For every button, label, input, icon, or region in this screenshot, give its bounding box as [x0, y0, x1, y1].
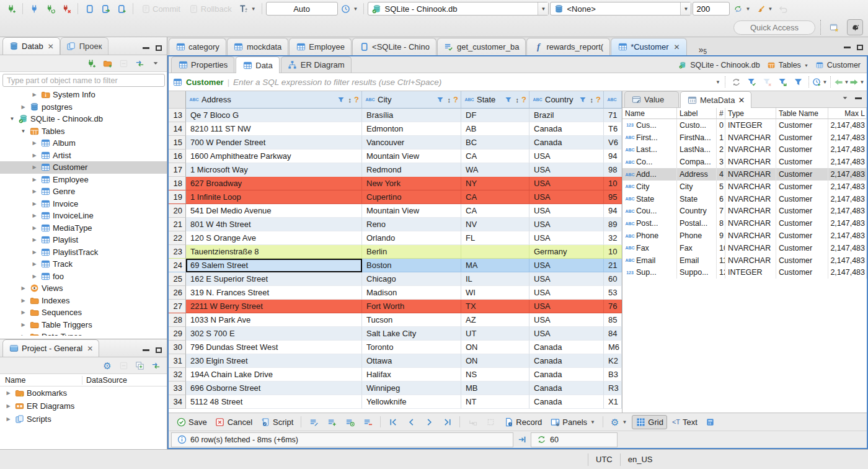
grid-cell[interactable]: Mountain View	[362, 150, 461, 163]
auto-refresh-button[interactable]: ▼	[813, 76, 826, 88]
grid-cell[interactable]: 60	[604, 272, 622, 286]
project-item-bookmarks[interactable]: ▶Bookmarks	[0, 386, 167, 400]
tree-item-postgres[interactable]: ▶postgres	[0, 101, 167, 114]
nav-forward-button[interactable]: ▼	[851, 76, 863, 88]
row-number[interactable]: 25	[169, 272, 186, 286]
grid-cell[interactable]: NY	[461, 177, 529, 190]
grid-cell[interactable]: USA	[529, 327, 604, 341]
meta-column-header-type[interactable]: Type	[725, 108, 776, 119]
close-icon[interactable]: ✕	[738, 96, 745, 105]
expand-arrow-icon[interactable]: ▶	[31, 249, 38, 255]
expand-arrow-icon[interactable]: ▶	[31, 274, 38, 279]
add-row-button[interactable]	[324, 415, 340, 429]
tree-item-indexes[interactable]: ▶Indexes	[0, 295, 167, 307]
expand-arrow-icon[interactable]: ▶	[31, 164, 38, 170]
last-row-button[interactable]	[439, 415, 455, 429]
undo-button[interactable]	[776, 1, 790, 16]
sort-icon[interactable]: ↕	[448, 96, 451, 104]
meta-column-header-table-name[interactable]: Table Name	[776, 108, 828, 119]
meta-row-city[interactable]: ABCCityCity5NVARCHARCustomer2,147,483	[622, 181, 867, 193]
expand-arrow-icon[interactable]: ▶	[20, 310, 27, 315]
tree-item-playlist[interactable]: ▶Playlist	[0, 234, 167, 246]
column-header-country[interactable]: ABCCountry↕?	[529, 91, 604, 109]
text-view-button[interactable]: <TText	[669, 415, 701, 429]
panels-button[interactable]: Panels▼	[547, 415, 598, 429]
meta-row-phone[interactable]: ABCPhonePhone9NVARCHARCustomer2,147,483	[622, 230, 867, 242]
grid-cell[interactable]: 85	[604, 313, 622, 327]
grid-cell[interactable]: Redmond	[362, 163, 461, 177]
minimize-icon[interactable]	[855, 97, 862, 99]
fetch-count-box[interactable]: 60	[531, 432, 618, 447]
grid-cell[interactable]: Mountain View	[362, 204, 461, 218]
grid-cell[interactable]: 76	[604, 300, 622, 313]
collapse-arrow-icon[interactable]: ▼	[20, 128, 27, 134]
grid-cell[interactable]: 94	[604, 150, 622, 163]
grid-cell[interactable]: 796 Dundas Street West	[186, 341, 362, 354]
minimize-icon[interactable]	[143, 349, 149, 351]
previous-row-button[interactable]	[403, 415, 419, 429]
minimize-icon[interactable]	[143, 47, 149, 49]
close-icon[interactable]: ✕	[87, 344, 93, 353]
transaction-log-button[interactable]: ▼	[237, 1, 258, 16]
grid-cell[interactable]: AZ	[461, 313, 529, 327]
grid-cell[interactable]: AB	[461, 122, 529, 136]
grid-cell[interactable]: 194A Chain Lake Drive	[186, 368, 362, 382]
commit-mode-combo[interactable]: Auto	[266, 2, 338, 16]
grid-cell[interactable]: NT	[461, 395, 529, 409]
editor-tab-get-customer-ba[interactable]: get_customer_ba	[437, 38, 526, 55]
grid-cell[interactable]: 32	[604, 231, 622, 245]
column-header-name[interactable]: Name	[0, 376, 82, 385]
tab-metadata[interactable]: MetaData ✕	[680, 91, 751, 108]
fetch-size-input[interactable]	[693, 2, 730, 16]
grid-cell[interactable]: Salt Lake City	[362, 327, 461, 341]
grid-cell[interactable]: Tucson	[362, 313, 461, 327]
expand-arrow-icon[interactable]: ▶	[31, 92, 38, 97]
expand-arrow-icon[interactable]: ▶	[5, 390, 12, 396]
grid-cell[interactable]: 10	[604, 177, 622, 190]
grid-cell[interactable]: USA	[529, 218, 604, 231]
grid-cell[interactable]: CA	[461, 150, 529, 163]
grid-cell[interactable]: WI	[461, 286, 529, 300]
tree-item-views[interactable]: ▶Views	[0, 282, 167, 295]
grid-cell[interactable]: Madison	[362, 286, 461, 300]
view-menu-button[interactable]	[149, 57, 162, 69]
grid-cell[interactable]: Cupertino	[362, 190, 461, 204]
grid-cell[interactable]: 627 Broadway	[186, 177, 362, 190]
tree-item-album[interactable]: ▶Album	[0, 137, 167, 150]
grid-cell[interactable]: USA	[529, 313, 604, 327]
row-number[interactable]: 22	[169, 231, 186, 245]
expand-arrow-icon[interactable]: ▶	[31, 237, 38, 243]
grid-cell[interactable]: Fort Worth	[362, 300, 461, 313]
maximize-icon[interactable]	[857, 45, 863, 50]
save-button[interactable]: Save	[173, 415, 210, 429]
column-hint-icon[interactable]: ?	[354, 95, 361, 104]
tab-value[interactable]: Value	[624, 91, 679, 107]
meta-row-suppo[interactable]: 123Sup...Suppo...12INTEGERCustomer2,147,…	[622, 267, 867, 279]
editor-tab-employee[interactable]: Employee	[289, 38, 352, 55]
grid-cell[interactable]: 2211 W Berry Street	[186, 300, 362, 313]
grid-cell[interactable]: NV	[461, 218, 529, 231]
row-number[interactable]: 32	[169, 368, 186, 382]
grid-cell[interactable]: USA	[529, 231, 604, 245]
meta-column-header-name[interactable]: Name	[622, 108, 677, 119]
edit-row-button[interactable]	[306, 415, 322, 429]
maximize-icon[interactable]	[156, 45, 162, 51]
grid-cell[interactable]: New York	[362, 177, 461, 190]
tree-item-genre[interactable]: ▶Genre	[0, 185, 167, 198]
row-number[interactable]: 20	[169, 204, 186, 218]
grid-cell[interactable]: Vancouver	[362, 136, 461, 150]
tree-item-invoiceline[interactable]: ▶InvoiceLine	[0, 210, 167, 222]
row-number[interactable]: 16	[169, 150, 186, 163]
grid-cell[interactable]: Berlin	[362, 245, 461, 259]
grid-cell[interactable]: USA	[529, 300, 604, 313]
grid-cell[interactable]: Germany	[529, 245, 604, 259]
grid-cell[interactable]: Ottawa	[362, 354, 461, 368]
grid-cell[interactable]: 1 Infinite Loop	[186, 190, 362, 204]
tree-item-invoice[interactable]: ▶Invoice	[0, 198, 167, 210]
first-row-button[interactable]	[385, 415, 401, 429]
reconnect-button[interactable]	[43, 1, 58, 16]
tab-projects[interactable]: Проек	[60, 37, 108, 55]
grid-cell[interactable]: 1 Microsoft Way	[186, 163, 362, 177]
expand-arrow-icon[interactable]: ▶	[20, 298, 27, 303]
grid-cell[interactable]: 1600 Amphitheatre Parkway	[186, 150, 362, 163]
